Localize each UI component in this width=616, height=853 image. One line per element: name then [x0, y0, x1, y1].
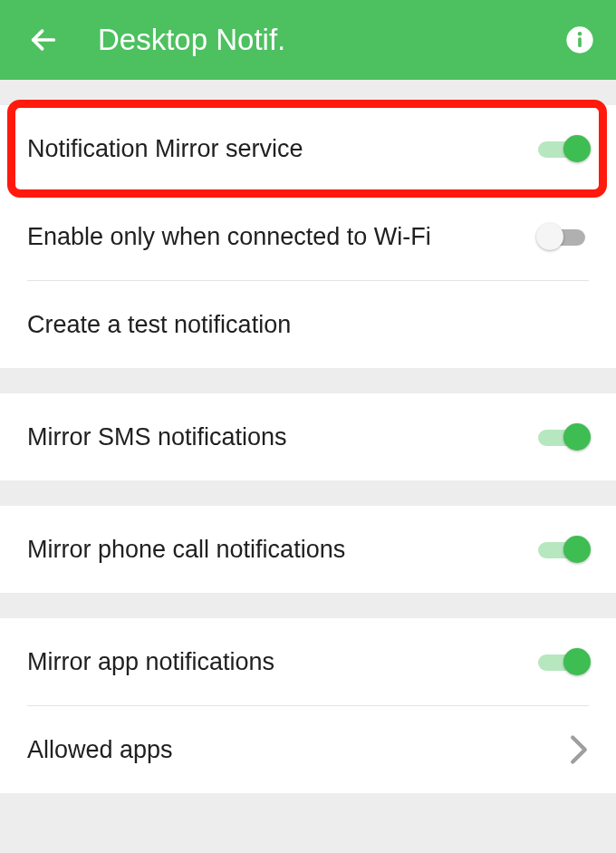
row-mirror-sms[interactable]: Mirror SMS notifications — [0, 393, 616, 480]
row-label: Allowed apps — [27, 736, 173, 764]
toggle-notification-mirror-service[interactable] — [538, 132, 589, 165]
toggle-mirror-phone-call[interactable] — [538, 533, 589, 566]
settings-group: Notification Mirror service Enable only … — [0, 105, 616, 368]
row-allowed-apps[interactable]: Allowed apps — [0, 706, 616, 793]
row-notification-mirror-service[interactable]: Notification Mirror service — [0, 105, 616, 192]
app-bar: Desktop Notif. — [0, 0, 616, 80]
arrow-left-icon — [28, 24, 59, 55]
toggle-mirror-sms[interactable] — [538, 421, 589, 453]
row-mirror-app[interactable]: Mirror app notifications — [0, 618, 616, 705]
row-label: Mirror app notifications — [27, 648, 274, 676]
info-icon — [565, 25, 594, 54]
info-button[interactable] — [562, 22, 598, 58]
svg-rect-2 — [578, 37, 582, 47]
back-button[interactable] — [25, 24, 62, 55]
page-title: Desktop Notif. — [62, 23, 562, 57]
row-wifi-only[interactable]: Enable only when connected to Wi-Fi — [0, 193, 616, 280]
toggle-wifi-only[interactable] — [538, 220, 589, 253]
toggle-mirror-app[interactable] — [538, 645, 589, 678]
row-label: Mirror phone call notifications — [27, 536, 345, 564]
svg-point-3 — [578, 32, 582, 36]
chevron-right-icon — [569, 734, 589, 765]
settings-screen: Desktop Notif. Notification Mirror servi… — [0, 0, 616, 853]
settings-group: Mirror SMS notifications — [0, 393, 616, 480]
row-label: Notification Mirror service — [27, 135, 303, 163]
row-label: Enable only when connected to Wi-Fi — [27, 223, 431, 251]
settings-group: Mirror app notifications Allowed apps — [0, 618, 616, 793]
settings-group: Mirror phone call notifications — [0, 506, 616, 593]
row-label: Mirror SMS notifications — [27, 423, 287, 451]
row-create-test-notification[interactable]: Create a test notification — [0, 281, 616, 368]
row-mirror-phone-call[interactable]: Mirror phone call notifications — [0, 506, 616, 593]
row-label: Create a test notification — [27, 311, 291, 339]
